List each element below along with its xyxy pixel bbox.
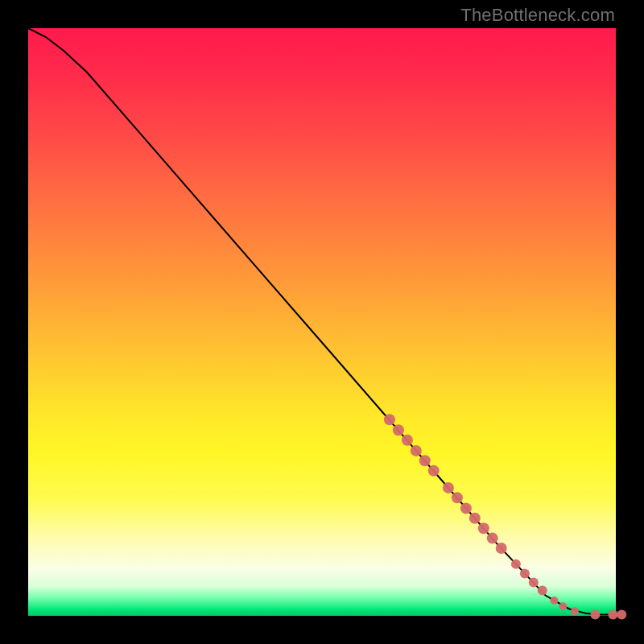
data-point-marker bbox=[571, 607, 579, 615]
data-point-marker bbox=[478, 522, 489, 534]
data-point-marker bbox=[529, 577, 539, 587]
chart-stage: TheBottleneck.com bbox=[0, 0, 644, 644]
data-point-marker bbox=[428, 465, 440, 477]
marker-group bbox=[384, 414, 626, 619]
data-point-marker bbox=[384, 414, 395, 425]
data-point-marker bbox=[443, 482, 454, 493]
bottleneck-curve bbox=[28, 28, 616, 615]
data-point-marker bbox=[496, 543, 507, 554]
data-point-marker bbox=[520, 568, 530, 578]
data-point-marker bbox=[590, 610, 600, 620]
data-point-marker bbox=[460, 502, 472, 514]
data-point-marker bbox=[511, 559, 521, 569]
data-point-marker bbox=[452, 492, 463, 503]
data-point-marker bbox=[608, 610, 617, 620]
data-point-marker bbox=[469, 513, 481, 524]
data-point-marker bbox=[419, 455, 431, 466]
chart-overlay bbox=[28, 28, 616, 616]
data-point-marker bbox=[538, 586, 547, 596]
data-point-marker bbox=[487, 533, 498, 544]
data-point-marker bbox=[411, 445, 422, 456]
data-point-marker bbox=[402, 435, 413, 446]
attribution-label: TheBottleneck.com bbox=[460, 5, 615, 26]
data-point-marker bbox=[393, 424, 404, 436]
data-point-marker bbox=[559, 602, 567, 610]
data-point-marker bbox=[550, 597, 558, 605]
data-point-marker bbox=[617, 610, 626, 620]
